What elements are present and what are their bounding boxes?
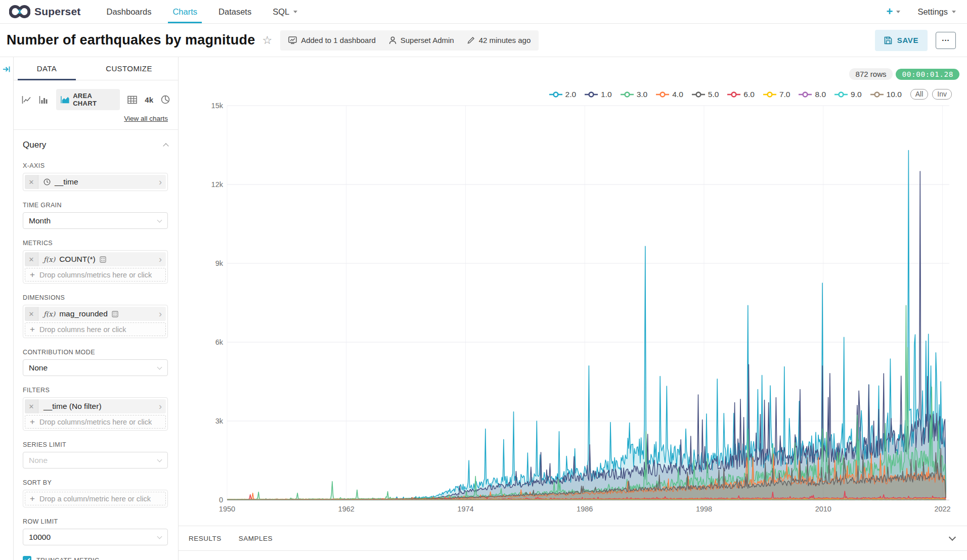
checkbox-checked-icon[interactable]	[23, 556, 31, 560]
nav-item-datasets[interactable]: Datasets	[208, 0, 262, 23]
contribution-mode-select[interactable]: None	[23, 359, 168, 376]
legend-item-5.0[interactable]: 5.0	[692, 90, 719, 99]
bar-chart-viz-button[interactable]	[39, 96, 49, 104]
dimensions-dropzone[interactable]: + Drop columns here or click	[25, 322, 166, 336]
chevron-down-icon	[293, 11, 297, 13]
calculator-icon	[112, 311, 118, 317]
x-axis-tick-label: 1962	[338, 505, 355, 513]
more-actions-button[interactable]: ...	[936, 32, 956, 49]
legend-label: 6.0	[743, 90, 755, 99]
tab-results[interactable]: RESULTS	[189, 535, 222, 542]
truncate-metric-checkbox-row[interactable]: TRUNCATE METRIC	[23, 556, 168, 560]
results-bar: RESULTS SAMPLES	[179, 526, 967, 551]
nav-item-dashboards[interactable]: Dashboards	[96, 0, 162, 23]
chevron-down-icon	[952, 11, 956, 13]
big-number-viz-button[interactable]: 4k	[145, 96, 153, 104]
line-chart-viz-button[interactable]	[22, 96, 31, 104]
chart-canvas[interactable]: 03k6k9k12k15k195019621974198619982010202…	[179, 57, 966, 526]
save-button[interactable]: SAVE	[875, 30, 928, 51]
expand-datasource-icon[interactable]	[3, 65, 11, 75]
nav-items: Dashboards Charts Datasets SQL	[96, 0, 308, 23]
legend-label: 10.0	[887, 90, 902, 99]
time-grain-select[interactable]: Month	[23, 212, 168, 229]
legend-item-10.0[interactable]: 10.0	[870, 90, 902, 99]
nav-item-sql[interactable]: SQL	[262, 0, 308, 23]
superset-logo[interactable]: Superset	[9, 5, 80, 19]
chevron-right-icon: ›	[159, 255, 166, 264]
legend-marker-icon	[621, 91, 634, 98]
new-item-button[interactable]: +	[887, 6, 901, 17]
legend-marker-icon	[763, 91, 776, 98]
x-axis-tick-label: 1998	[696, 505, 712, 513]
remove-icon[interactable]: ✕	[25, 307, 38, 321]
tab-data[interactable]: DATA	[14, 57, 80, 80]
divider	[14, 129, 178, 130]
superset-infinity-icon	[9, 5, 30, 19]
chevron-down-icon	[157, 534, 162, 539]
chevron-down-icon	[896, 11, 900, 13]
x-axis-tick-label: 2022	[934, 505, 950, 513]
legend-marker-icon	[585, 91, 598, 98]
chevron-down-icon	[157, 217, 162, 222]
top-navbar: Superset Dashboards Charts Datasets SQL …	[0, 0, 967, 24]
viz-type-switcher: AREA CHART 4k	[14, 89, 178, 110]
control-sort-by: SORT BY + Drop a column/metric here or c…	[23, 479, 168, 507]
legend-item-7.0[interactable]: 7.0	[763, 90, 790, 99]
control-label: TIME GRAIN	[23, 202, 168, 209]
legend-item-2.0[interactable]: 2.0	[549, 90, 577, 99]
legend-item-3.0[interactable]: 3.0	[621, 90, 648, 99]
legend-marker-icon	[799, 91, 812, 98]
added-to-dashboard[interactable]: Added to 1 dashboard	[288, 36, 376, 44]
chart-owner: Superset Admin	[389, 36, 454, 44]
chevron-down-icon[interactable]	[949, 534, 956, 541]
y-axis-tick-label: 3k	[215, 417, 224, 425]
plus-icon: +	[30, 325, 35, 334]
legend-item-8.0[interactable]: 8.0	[799, 90, 826, 99]
panel-tabs: DATA CUSTOMIZE	[14, 57, 178, 80]
row-limit-select[interactable]: 10000	[23, 529, 168, 545]
pencil-icon	[467, 36, 475, 44]
chevron-down-icon	[157, 364, 162, 369]
chevron-up-icon	[163, 143, 168, 149]
filters-dropzone[interactable]: + Drop columns/metrics here or click	[25, 415, 166, 429]
clock-icon	[43, 178, 51, 185]
table-viz-button[interactable]	[127, 96, 137, 104]
tab-customize[interactable]: CUSTOMIZE	[80, 57, 178, 80]
favorite-star-icon[interactable]: ☆	[262, 35, 272, 46]
tab-samples[interactable]: SAMPLES	[239, 535, 273, 542]
series-limit-select[interactable]: None	[23, 452, 168, 469]
remove-icon[interactable]: ✕	[25, 252, 38, 266]
remove-icon[interactable]: ✕	[25, 175, 38, 189]
filter-pill[interactable]: ✕ __time (No filter) ›	[25, 399, 166, 413]
pie-chart-viz-button[interactable]	[161, 95, 170, 104]
query-timer-badge: 00:00:01.28	[896, 69, 959, 80]
plus-icon: +	[30, 417, 35, 426]
metrics-dropzone[interactable]: + Drop columns/metrics here or click	[25, 268, 166, 282]
remove-icon[interactable]: ✕	[25, 399, 38, 413]
view-all-charts-link[interactable]: View all charts	[14, 115, 168, 122]
legend-item-6.0[interactable]: 6.0	[727, 90, 755, 99]
control-row-limit: ROW LIMIT 10000	[23, 518, 168, 545]
legend-item-4.0[interactable]: 4.0	[656, 90, 683, 99]
legend-select-all-button[interactable]: All	[910, 89, 929, 100]
legend-invert-button[interactable]: Inv	[932, 89, 952, 100]
function-icon: ƒ(x)	[43, 255, 55, 263]
y-axis-tick-label: 0	[219, 496, 223, 504]
nav-item-charts[interactable]: Charts	[162, 0, 208, 23]
control-x-axis: X-AXIS ✕ __time ›	[23, 162, 168, 191]
legend-item-9.0[interactable]: 9.0	[834, 90, 862, 99]
settings-menu[interactable]: Settings	[917, 7, 956, 17]
legend-item-1.0[interactable]: 1.0	[585, 90, 612, 99]
last-modified: 42 minutes ago	[467, 36, 531, 44]
x-axis-pill[interactable]: ✕ __time ›	[25, 175, 166, 189]
sort-by-dropzone[interactable]: + Drop a column/metric here or click	[25, 492, 166, 505]
dimension-pill[interactable]: ✕ ƒ(x) mag_rounded ›	[25, 307, 166, 321]
query-section-header[interactable]: Query	[23, 140, 168, 150]
plus-icon: +	[887, 6, 893, 17]
area-chart-viz-button[interactable]: AREA CHART	[56, 89, 120, 110]
control-label: METRICS	[23, 240, 168, 247]
x-axis-tick-label: 1986	[577, 505, 593, 513]
metric-pill[interactable]: ✕ ƒ(x) COUNT(*) ›	[25, 252, 166, 266]
legend-marker-icon	[656, 91, 669, 98]
page-title[interactable]: Number of earthquakes by magnitude	[7, 32, 255, 48]
